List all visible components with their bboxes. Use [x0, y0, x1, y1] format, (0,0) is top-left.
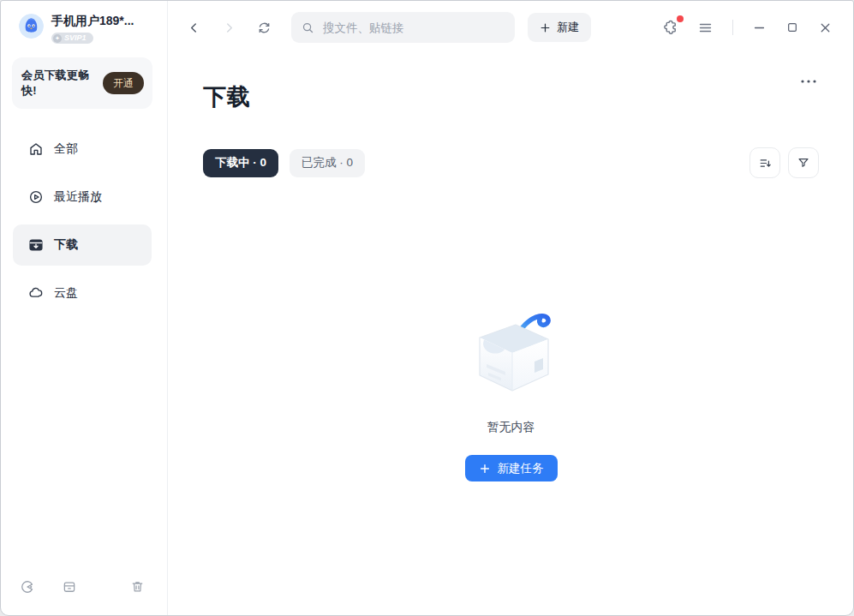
search-icon: [302, 21, 314, 34]
sidebar-item-recent[interactable]: 最近播放: [13, 176, 152, 218]
new-task-button[interactable]: 新建任务: [465, 455, 558, 481]
vip-badge-label: SVIP1: [64, 33, 87, 43]
notification-dot: [677, 15, 684, 22]
user-meta: 手机用户189*... ✦SVIP1: [51, 14, 134, 44]
home-icon: [28, 141, 44, 157]
archive-box-icon[interactable]: [62, 579, 77, 595]
maximize-icon: [785, 21, 799, 34]
tab-downloading[interactable]: 下载中 · 0: [203, 149, 278, 177]
sidebar-item-cloud[interactable]: 云盘: [13, 272, 152, 314]
vip-level-badge: ✦SVIP1: [51, 33, 93, 44]
open-vip-button[interactable]: 开通: [103, 72, 144, 94]
minimize-icon: [752, 21, 767, 35]
tab-completed[interactable]: 已完成 · 0: [290, 149, 365, 177]
page-header: 下载: [203, 68, 819, 126]
sidebar-item-all[interactable]: 全部: [13, 129, 152, 170]
maximize-button[interactable]: [785, 21, 799, 34]
chevron-right-icon: [222, 21, 236, 35]
list-tools: [749, 147, 819, 178]
sort-button[interactable]: [749, 147, 780, 178]
sidebar-item-label: 下载: [54, 237, 78, 253]
filter-button[interactable]: [788, 147, 819, 178]
toolbar-divider: [732, 20, 733, 35]
minimize-button[interactable]: [752, 21, 767, 35]
close-button[interactable]: [818, 21, 833, 35]
trash-icon[interactable]: [130, 579, 145, 595]
play-circle-icon: [28, 189, 44, 205]
top-toolbar: 新建: [168, 1, 853, 54]
cloud-icon: [28, 285, 44, 301]
plus-icon: [540, 22, 551, 33]
app-window: 手机用户189*... ✦SVIP1 会员下载更畅快! 开通 全部 最近播放: [0, 0, 854, 616]
refresh-icon: [256, 20, 272, 36]
sidebar-footer: [1, 565, 167, 615]
hamburger-menu-icon: [697, 20, 714, 36]
main-menu-button[interactable]: [697, 20, 714, 36]
sidebar-item-label: 全部: [54, 141, 78, 157]
search-input[interactable]: [321, 21, 505, 35]
downloads-page: 下载 下载中 · 0 已完成 · 0: [168, 54, 853, 615]
user-name: 手机用户189*...: [51, 14, 134, 28]
forward-button[interactable]: [222, 21, 236, 35]
sidebar-nav: 全部 最近播放 下载 云盘: [1, 129, 167, 314]
chevron-left-icon: [187, 21, 201, 35]
sidebar-item-downloads[interactable]: 下载: [13, 224, 152, 266]
new-task-toolbar-button[interactable]: 新建: [528, 13, 591, 42]
back-button[interactable]: [187, 21, 201, 35]
download-box-icon: [28, 237, 44, 253]
extensions-button[interactable]: [662, 19, 679, 36]
page-title: 下载: [203, 83, 251, 111]
vip-gem-icon: ✦: [53, 34, 62, 43]
close-icon: [818, 21, 833, 35]
puzzle-icon: [662, 19, 679, 36]
member-banner-text: 会员下载更畅快!: [21, 68, 103, 99]
tabs-row: 下载中 · 0 已完成 · 0: [203, 147, 819, 178]
filter-icon: [797, 156, 810, 170]
cleanup-icon[interactable]: [20, 579, 35, 595]
user-avatar[interactable]: [19, 14, 44, 39]
empty-message: 暂无内容: [487, 420, 535, 435]
main-area: 新建 下载: [168, 1, 853, 615]
empty-box-illustration: [459, 305, 564, 394]
more-options-button[interactable]: [798, 76, 819, 87]
plus-icon: [479, 463, 491, 475]
sidebar: 手机用户189*... ✦SVIP1 会员下载更畅快! 开通 全部 最近播放: [1, 1, 168, 615]
user-profile[interactable]: 手机用户189*... ✦SVIP1: [19, 14, 157, 44]
empty-state: 暂无内容 新建任务: [203, 305, 819, 481]
sort-icon: [758, 156, 773, 170]
new-button-label: 新建: [557, 20, 579, 35]
search-box[interactable]: [291, 12, 515, 43]
sidebar-item-label: 云盘: [54, 285, 78, 301]
mascot-avatar-icon: [19, 14, 44, 39]
member-banner: 会员下载更畅快! 开通: [12, 57, 152, 109]
new-task-button-label: 新建任务: [498, 461, 544, 476]
sidebar-item-label: 最近播放: [54, 189, 102, 205]
more-icon: [800, 78, 817, 85]
refresh-button[interactable]: [256, 20, 272, 36]
